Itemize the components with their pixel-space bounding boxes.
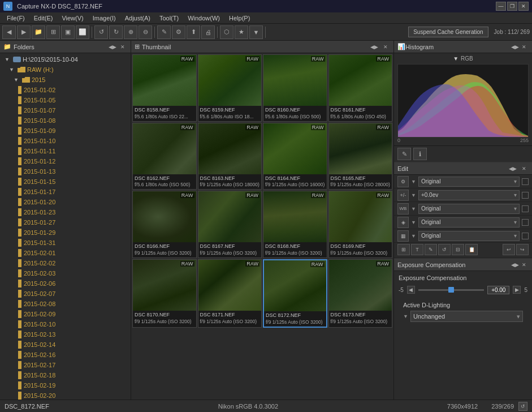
settings-icon[interactable]: ⚙	[397, 176, 409, 187]
date-folder-item[interactable]: 2015-02-16	[0, 350, 131, 360]
menu-help[interactable]: Help(P)	[224, 14, 254, 23]
thumbnail-item[interactable]: RAW DSC 8161.NEF f/5.6 1/80s Auto (ISO 4…	[328, 54, 393, 122]
date-folder-item[interactable]: 2015-01-17	[0, 187, 131, 197]
date-folder-item[interactable]: 2015-01-10	[0, 136, 131, 146]
edit-meta-icon[interactable]: ℹ	[413, 148, 427, 160]
star-button[interactable]: ★	[235, 25, 248, 39]
exp-tool-4[interactable]: ↺	[438, 244, 451, 255]
detail-icon[interactable]: ▦	[397, 230, 409, 242]
exposure-checkbox[interactable]	[522, 192, 529, 199]
exp-tool-redo[interactable]: ↪	[516, 244, 529, 255]
date-folder-item[interactable]: 2015-01-09	[0, 126, 131, 136]
thumbnail-item[interactable]: RAW DSC 8172.NEF f/9 1/125s Auto (ISO 32…	[263, 259, 327, 328]
date-folder-item[interactable]: 2015-02-13	[0, 329, 131, 340]
folders-content[interactable]: ▼ H:\2015\2015-10-04 ▼ RAW (H:) ▼ 2015	[0, 53, 131, 400]
date-folder-item[interactable]: 2015-02-10	[0, 319, 131, 329]
edit-close-icon[interactable]: ✕	[520, 164, 529, 173]
exp-left-arrow[interactable]: ◀	[407, 286, 415, 294]
thumbnail-item[interactable]: RAW DSC 8160.NEF f/5.6 1/80s Auto (ISO 5…	[263, 54, 327, 122]
tree-year-item[interactable]: ▼ 2015	[0, 75, 131, 85]
date-folder-item[interactable]: 2015-01-07	[0, 105, 131, 115]
date-folder-item[interactable]: 2015-01-11	[0, 146, 131, 156]
thumbnail-item[interactable]: RAW DSC 8158.NEF f/5.6 1/80s Auto ISO 22…	[132, 54, 197, 122]
suspend-cache-button[interactable]: Suspend Cache Generation	[408, 27, 488, 37]
exp-tool-6[interactable]: 📋	[465, 244, 478, 255]
thumbnail-item[interactable]: RAW DSC 8166.NEF f/9 1/125s Auto (ISO 32…	[132, 191, 197, 258]
folders-close-icon[interactable]: ✕	[118, 42, 127, 52]
folders-expand-icon[interactable]: ◀▶	[108, 42, 117, 52]
close-button[interactable]: ✕	[518, 2, 529, 11]
settings-dropdown[interactable]: Original	[418, 177, 520, 187]
color-checkbox[interactable]	[522, 219, 529, 226]
date-folder-item[interactable]: 2015-02-03	[0, 268, 131, 278]
zoom-in-button[interactable]: ⊕	[124, 25, 137, 39]
thumbnail-item[interactable]: RAW DSC 8163.NEF f/9 1/125s Auto (ISO 18…	[198, 123, 262, 190]
histogram-expand-icon[interactable]: ◀▶	[511, 42, 520, 52]
date-folder-item[interactable]: 2015-01-05	[0, 95, 131, 105]
date-folder-item[interactable]: 2015-01-29	[0, 228, 131, 238]
thumbnail-item[interactable]: RAW DSC 8169.NEF f/9 1/125s Auto (ISO 32…	[328, 191, 393, 258]
thumbnail-item[interactable]: RAW DSC 8171.NEF f/9 1/125s Auto (ISO 32…	[198, 259, 262, 328]
compare-button[interactable]: ⬜	[76, 25, 89, 39]
restore-button[interactable]: ❐	[507, 2, 517, 11]
exposure-slider[interactable]	[418, 285, 484, 295]
date-folder-item[interactable]: 2015-01-31	[0, 238, 131, 248]
edit-expand-icon[interactable]: ◀▶	[508, 164, 517, 173]
date-folder-item[interactable]: 2015-01-12	[0, 156, 131, 166]
tree-root-item[interactable]: ▼ H:\2015\2015-10-04	[0, 54, 131, 65]
date-folder-item[interactable]: 2015-02-08	[0, 299, 131, 309]
exp-expand-icon[interactable]: ◀▶	[511, 260, 520, 269]
settings-checkbox[interactable]	[522, 178, 529, 185]
process-button[interactable]: ⚙	[172, 25, 185, 39]
color-icon[interactable]: ◈	[397, 217, 409, 228]
thumbnail-close-icon[interactable]: ✕	[381, 42, 390, 52]
status-nav-icon[interactable]: ↺	[518, 402, 527, 411]
forward-button[interactable]: ▶	[17, 25, 31, 39]
menu-edit[interactable]: Edit(E)	[29, 14, 58, 23]
detail-checkbox[interactable]	[522, 233, 529, 239]
menu-view[interactable]: View(V)	[57, 14, 88, 23]
filter-button[interactable]: ▼	[249, 25, 263, 39]
exp-tool-3[interactable]: ✎	[425, 244, 437, 255]
grid-button[interactable]: ⊞	[46, 25, 60, 39]
exposure-icon[interactable]: +/-	[397, 190, 409, 201]
wb-checkbox[interactable]	[522, 205, 529, 212]
date-folder-item[interactable]: 2015-01-20	[0, 197, 131, 207]
exposure-dropdown[interactable]: +0.0ev	[418, 190, 520, 200]
exp-tool-undo[interactable]: ↩	[503, 244, 515, 255]
date-folder-item[interactable]: 2015-01-27	[0, 217, 131, 228]
date-folder-item[interactable]: 2015-01-02	[0, 85, 131, 95]
menu-adjust[interactable]: Adjust(A)	[120, 14, 155, 23]
date-folder-item[interactable]: 2015-01-08	[0, 115, 131, 126]
date-folder-item[interactable]: 2015-02-18	[0, 370, 131, 380]
detail-dropdown[interactable]: Original	[418, 231, 520, 241]
exp-close-icon[interactable]: ✕	[520, 260, 529, 269]
exp-tool-5[interactable]: ⊟	[452, 244, 464, 255]
date-folder-item[interactable]: 2015-01-15	[0, 177, 131, 187]
menu-image[interactable]: Image(I)	[88, 14, 120, 23]
thumbnail-expand-icon[interactable]: ◀▶	[370, 42, 379, 52]
wb-icon[interactable]: WB	[397, 203, 409, 214]
thumbnail-item[interactable]: RAW DSC 8173.NEF f/9 1/125s Auto (ISO 32…	[328, 259, 393, 328]
edit-button[interactable]: ✎	[157, 25, 171, 39]
rotate-left-button[interactable]: ↺	[94, 25, 108, 39]
date-folder-item[interactable]: 2015-02-19	[0, 380, 131, 390]
folder-button[interactable]: 📁	[32, 25, 45, 39]
minimize-button[interactable]: —	[496, 2, 506, 11]
menu-window[interactable]: Window(W)	[183, 14, 224, 23]
exp-tool-1[interactable]: ⊞	[397, 244, 410, 255]
date-folder-item[interactable]: 2015-01-23	[0, 207, 131, 217]
thumbnail-item[interactable]: RAW DSC 8167.NEF f/9 1/125s Auto (ISO 32…	[198, 191, 262, 258]
thumbnail-item[interactable]: RAW DSC 8170.NEF f/9 1/125s Auto (ISO 32…	[132, 259, 197, 328]
back-button[interactable]: ◀	[2, 25, 16, 39]
tree-drive-item[interactable]: ▼ RAW (H:)	[0, 65, 131, 75]
edit-adjust-icon[interactable]: ✎	[397, 148, 411, 160]
menu-tool[interactable]: Tool(T)	[155, 14, 183, 23]
date-folder-item[interactable]: 2015-02-17	[0, 360, 131, 370]
date-folder-item[interactable]: 2015-02-07	[0, 289, 131, 299]
date-folder-item[interactable]: 2015-02-02	[0, 258, 131, 268]
thumbnail-item[interactable]: RAW DSC 8168.NEF f/9 1/125s Auto (ISO 32…	[263, 191, 327, 258]
thumbnail-item[interactable]: RAW DSC 8164.NEF f/9 1/125s Auto (ISO 16…	[263, 123, 327, 190]
zoom-out-button[interactable]: ⊖	[139, 25, 152, 39]
color-dropdown[interactable]: Original	[418, 217, 520, 228]
